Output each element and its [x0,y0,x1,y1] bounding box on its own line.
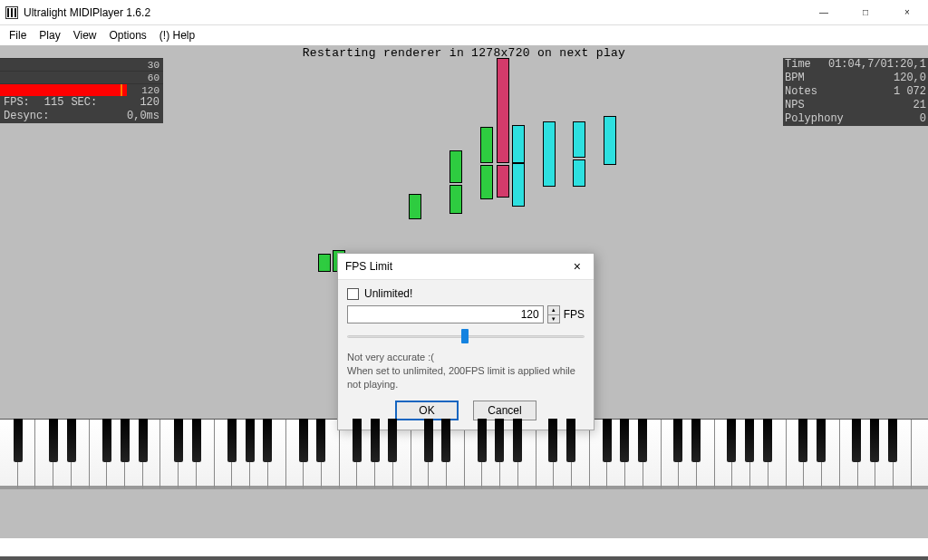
black-key[interactable] [745,419,754,462]
spinner-down-icon[interactable]: ▼ [548,315,559,323]
black-key[interactable] [102,419,111,462]
black-key[interactable] [174,419,183,462]
black-key[interactable] [121,419,130,462]
black-key[interactable] [441,419,450,462]
titlebar: Ultralight MIDIPlayer 1.6.2 — □ × [0,0,928,25]
ok-button[interactable]: OK [395,401,459,420]
black-key[interactable] [495,419,504,462]
black-key[interactable] [673,419,682,462]
midi-note [573,121,585,158]
black-key[interactable] [888,419,897,462]
fps-limit-dialog: FPS Limit × Unlimited! ▲ ▼ FPS Not ve [337,253,594,430]
black-key[interactable] [67,419,76,462]
midi-note [543,121,556,187]
midi-note [450,185,462,214]
midi-note [409,194,421,219]
window-title: Ultralight MIDIPlayer 1.6.2 [24,6,150,19]
black-key[interactable] [817,419,826,462]
black-key[interactable] [139,419,148,462]
cancel-button[interactable]: Cancel [473,401,536,420]
dialog-buttons: OK Cancel [347,401,585,420]
black-key[interactable] [566,419,575,462]
dialog-note: Not very accurate :( When set to unlimit… [347,351,585,391]
black-key[interactable] [263,419,272,462]
midi-note [450,150,462,183]
unlimited-checkbox[interactable] [347,288,359,300]
fps-unit-label: FPS [564,308,585,321]
unlimited-label: Unlimited! [364,287,412,300]
black-key[interactable] [852,419,861,462]
fps-slider[interactable] [347,327,585,345]
midi-note [512,163,525,207]
menu-options[interactable]: Options [103,27,151,43]
black-key[interactable] [603,419,612,462]
black-key[interactable] [388,419,397,462]
close-button[interactable]: × [886,0,928,25]
black-key[interactable] [424,419,433,462]
black-key[interactable] [371,419,380,462]
menu-file[interactable]: File [4,27,32,43]
app-icon [5,6,18,19]
midi-note [480,127,493,163]
black-key[interactable] [763,419,772,462]
dialog-note-1: Not very accurate :( [347,351,585,364]
minimize-button[interactable]: — [803,0,845,25]
black-key[interactable] [227,419,237,462]
black-key[interactable] [14,419,23,462]
black-key[interactable] [192,419,201,462]
midi-note [512,125,525,163]
black-key[interactable] [246,419,255,462]
midi-note [480,165,493,199]
black-key[interactable] [548,419,557,462]
midi-note [604,116,616,165]
black-key[interactable] [299,419,308,462]
dialog-close-icon[interactable]: × [568,259,586,274]
unlimited-row: Unlimited! [347,285,585,305]
black-key[interactable] [513,419,522,462]
midi-note [497,165,509,198]
menu-play[interactable]: Play [34,27,65,43]
midi-note [573,159,585,187]
fps-input[interactable] [347,305,544,323]
black-key[interactable] [870,419,879,462]
dialog-title: FPS Limit [345,260,392,273]
slider-thumb[interactable] [461,329,469,343]
menu-view[interactable]: View [68,27,102,43]
black-key[interactable] [727,419,736,462]
black-key[interactable] [353,419,362,462]
black-key[interactable] [49,419,58,462]
menubar: File Play View Options (!) Help [0,25,928,45]
black-key[interactable] [478,419,487,462]
bottom-strip [0,556,928,560]
fps-input-row: ▲ ▼ FPS [347,305,585,323]
fps-spinner[interactable]: ▲ ▼ [547,305,560,323]
black-key[interactable] [316,419,325,462]
maximize-button[interactable]: □ [845,0,886,25]
dialog-body: Unlimited! ▲ ▼ FPS Not very accurate :( … [338,279,594,430]
black-key[interactable] [691,419,701,462]
dialog-note-2: When set to unlimited, 200FPS limit is a… [347,364,585,391]
render-area: Restarting renderer in 1278x720 on next … [0,45,928,489]
black-key[interactable] [798,419,807,462]
window-controls: — □ × [803,0,928,25]
menu-help[interactable]: (!) Help [154,27,200,43]
black-key[interactable] [620,419,629,462]
black-key[interactable] [638,419,647,462]
midi-note [318,254,331,272]
dialog-titlebar[interactable]: FPS Limit × [338,254,594,279]
midi-note [497,58,509,163]
spinner-up-icon[interactable]: ▲ [548,306,559,315]
